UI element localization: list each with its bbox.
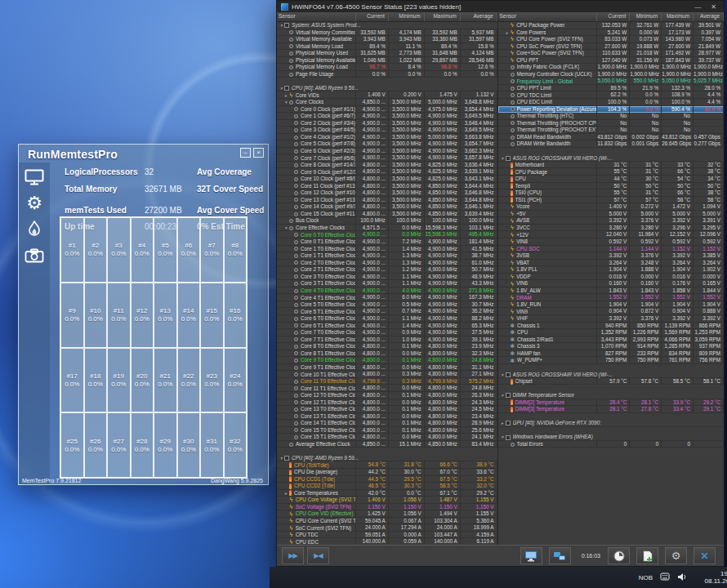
sensor-row[interactable]: Core 8 T1 Effective Clock4,800.0 ...0.0 … (277, 350, 497, 358)
sensor-row[interactable]: Core 15 T0 Effective Clock4,800.0 ...0.1… (277, 427, 497, 434)
sensor-row[interactable]: ϟVHIF3.392 V3.376 V3.392 V3.392 V (498, 315, 725, 323)
memtest-minimize-button[interactable]: – (240, 148, 251, 158)
sensor-row[interactable]: ϟCPU Core VID (Effective)1.425 V1.056 V1… (277, 510, 497, 518)
sensor-row[interactable]: Core 7 Clock (perf #5/6)4,900.0 ...3,500… (277, 154, 497, 162)
sensor-group-row[interactable]: ▾CPU [#0]: AMD Ryzen 9 59... (277, 455, 497, 462)
hwinfo-minimize-button[interactable]: — (694, 3, 701, 11)
sensor-column-header[interactable]: Minimum (630, 12, 662, 21)
sensor-row[interactable]: ϟCPU SoC Power (SVI2 TFN)27.600 W19.888 … (498, 43, 725, 51)
sensor-row[interactable]: Physical Memory Available1,046 MB1,022 M… (277, 57, 497, 65)
sensor-row[interactable]: Core 4 T0 Effective Clock4,900.0 ...4.0 … (277, 287, 497, 295)
sensor-column-header[interactable]: Average (694, 12, 724, 21)
runmemtestpro-window[interactable]: RunMemtestPro – × ⚙ LogicalProcessors32A… (18, 144, 269, 485)
sensor-row[interactable]: ϟCPU Package Power132.053 W32.761 W177.4… (498, 22, 725, 29)
memtest-close-button[interactable]: × (253, 148, 264, 158)
gear-icon[interactable]: ⚙ (24, 194, 45, 213)
sensor-group-row[interactable]: ▾DIMM Temperature Sensor (498, 392, 725, 399)
sensor-row[interactable]: ϟCPU TDC59.051 A0.000 A103.447 A4.159 A (277, 532, 497, 539)
sensor-group-row[interactable]: ▾System: ASUS System Prod... (277, 22, 497, 29)
sensor-row[interactable]: Frequency Limit - Global5,050.0 MHz550.0… (498, 78, 725, 85)
sensor-row[interactable]: ▾Core Effective Clocks4,571.5 ...0.0 MHz… (277, 225, 497, 232)
sensor-row[interactable]: ϟSoC Current (SVI2 TFN)24.000 A17.294 A2… (277, 524, 497, 532)
camera-icon[interactable] (24, 246, 45, 265)
expand-all-button[interactable]: ▶▶ (282, 547, 304, 564)
hwinfo-sensor-window[interactable]: HWiNFO64 v7.06-4500 Sensor Status [223 v… (276, 0, 725, 567)
clock-button[interactable] (608, 547, 630, 564)
sensor-row[interactable]: Core 14 T1 Effective Clock4,800.0 ...0.1… (277, 420, 497, 427)
sensor-row[interactable]: Bus Clock100.0 MHz100.0 MHz100.0 MHz100.… (277, 217, 497, 225)
sensor-row[interactable]: Core 12 Clock (perf #10...4,800.0 ...3,5… (277, 189, 497, 197)
taskbar[interactable]: NOB 19:16 08.11.2022 (270, 567, 727, 588)
hwinfo-titlebar[interactable]: HWiNFO64 v7.06-4500 Sensor Status [223 v… (277, 1, 724, 13)
hwinfo-right-column-header[interactable]: SensorCurrentMinimumMaximumAverage (498, 12, 725, 22)
sensor-column-header[interactable]: Sensor (498, 12, 598, 21)
sensor-row[interactable]: DRAM Write Bandwidth11.832 Gbps0.001 Gbp… (498, 140, 725, 148)
sensor-row[interactable]: ▸Core Temperatures42.0 °C0.0 °C67.1 °C29… (277, 490, 497, 497)
sensor-row[interactable]: Infinity Fabric Clock (FCLK)1,900.0 MHz1… (498, 64, 725, 71)
sensor-row[interactable]: ϟCPU Core Power (SVI2 TFN)83.033 W0.073 … (498, 36, 725, 43)
sensor-row[interactable]: CPU CCD2 (Tdie)46.5 °C30.3 °C58.5 °C32.0… (277, 483, 497, 490)
sensor-row[interactable]: Core 8 Clock (perf #14/15)4,800.0 ...3,5… (277, 162, 497, 169)
sensor-row[interactable]: Core 4 Clock (perf #1/2)4,900.0 ...3,500… (277, 134, 497, 141)
chevron-right-icon[interactable]: ▸ (505, 29, 511, 36)
chevron-right-icon[interactable]: ▸ (283, 490, 289, 497)
sensor-row[interactable]: Core 5 T0 Effective Clock4,900.0 ...0.5 … (277, 301, 497, 309)
close-sensors-button[interactable]: ✕ (694, 547, 716, 564)
sensor-row[interactable]: Core 11 T0 Effective Clock4,799.9 ...0.3… (277, 378, 497, 385)
sensor-row[interactable]: Total Errors000 (498, 441, 725, 448)
sensor-row[interactable]: Core 8 T0 Effective Clock4,800.0 ...0.1 … (277, 343, 497, 350)
sensor-row[interactable]: ϟCPU PPT127.040 W31.156 W187.843 W39.737… (498, 57, 725, 65)
sensor-row[interactable]: Physical Memory Used31,625 MB2,773 MB31,… (277, 50, 497, 57)
sensor-row[interactable]: ϟVIN60.160 V0.160 V0.176 V0.165 V (498, 280, 725, 287)
sensor-column-header[interactable]: Sensor (277, 12, 356, 21)
sensor-row[interactable]: CPU PPT Limit89.5 %21.9 %132.3 %28.0 % (498, 85, 725, 92)
chevron-down-icon[interactable]: ▾ (283, 225, 289, 231)
settings-button[interactable]: ⚙ (665, 547, 687, 564)
sensor-row[interactable]: ϟCPU Core Current (SVI2 TFN)59.045 A0.06… (277, 518, 497, 525)
sensor-row[interactable]: Core 15 Clock (perf #11...4,800.0 ...3,5… (277, 211, 497, 218)
sensor-row[interactable]: Thermal Throttling (HTC)NoNoNo (498, 113, 725, 120)
sensor-row[interactable]: CPU CCD1 (Tdie)44.5 °C29.5 °C67.5 °C33.2… (277, 476, 497, 483)
sensor-row[interactable]: ✻W_PUMP+750 RPM750 RPM761 RPM756 RPM (498, 357, 725, 364)
sensor-row[interactable]: ϟ+5V5.000 V5.000 V5.000 V5.000 V (498, 211, 725, 218)
chevron-down-icon[interactable]: ▾ (279, 85, 284, 91)
sensor-row[interactable]: ϟ1.8V_RUN1.904 V1.904 V1.904 V1.904 V (498, 301, 725, 309)
sensor-row[interactable]: DIMM[3] Temperature28.1 °C27.8 °C33.4 °C… (498, 406, 725, 413)
sensor-row[interactable]: ϟSoC Voltage (SVI2 TFN)1.150 V1.150 V1.1… (277, 504, 497, 511)
sensor-column-header[interactable]: Current (597, 12, 630, 21)
sensor-group-row[interactable]: ▸GPU [#0]: NVIDIA GeForce RTX 3090: (498, 420, 725, 427)
sensor-row[interactable]: Core 3 T0 Effective Clock4,900.0 ...1.1 … (277, 274, 497, 281)
sensor-row[interactable]: ▸ϟCore Powers5.241 W0.000 W17.173 W0.397… (498, 29, 725, 37)
sensor-row[interactable]: ϟ+12V12.040 V11.984 V12.152 V12.096 V (498, 231, 725, 238)
chevron-down-icon[interactable]: ▾ (500, 155, 506, 162)
sensor-row[interactable]: Virtual Memory Committed33,592 MB4,174 M… (277, 29, 497, 37)
sensor-row[interactable]: ✻CPU1,352 RPM1,226 RPM1,569 RPM1,253 RPM (498, 329, 725, 336)
sensor-row[interactable]: Core 10 Clock (perf #8/9)4,800.0 ...3,50… (277, 176, 497, 183)
sensor-row[interactable]: Core 11 T1 Effective Clock4,800.0 ...0.0… (277, 385, 497, 392)
sensor-row[interactable]: ϟ1.8V_ALW1.843 V1.843 V1.858 V1.844 V (498, 287, 725, 295)
sensor-row[interactable]: ϟCore+SoC Power (SVI2 TFN)110.633 W21.01… (498, 50, 725, 57)
sensor-row[interactable]: Core 0 T1 Effective Clock4,900.0 ...7.2 … (277, 238, 497, 246)
sensor-row[interactable]: Core 6 T1 Effective Clock4,900.0 ...1.4 … (277, 323, 497, 330)
chevron-down-icon[interactable]: ▾ (500, 434, 506, 440)
sensor-row[interactable]: Core 5 T1 Effective Clock4,900.0 ...0.7 … (277, 308, 497, 315)
speaker-icon[interactable] (677, 570, 687, 585)
sensor-row[interactable]: ϟDRAM1.552 V1.552 V1.552 V1.552 V (498, 294, 725, 301)
sensor-row[interactable]: Physical Memory Load96.7 %8.4 %96.8 %12.… (277, 64, 497, 71)
sensor-row[interactable]: ✻Chassis 2/Rad13,443 RPM2,993 RPM4,066 R… (498, 336, 725, 344)
sensor-row[interactable]: ϟCPU SOC1.144 V1.144 V1.152 V1.152 V (498, 246, 725, 253)
sensor-row[interactable]: Power Reporting Deviation (Accuracy)104.… (498, 106, 725, 114)
sensor-row[interactable]: Core 6 Clock (perf #2/3)4,900.0 ...3,500… (277, 148, 497, 155)
sensor-row[interactable]: ▾Core Clocks4,850.0 ...3,500.0 MHz5,000.… (277, 99, 497, 106)
sensor-row[interactable]: ϟVIN80.592 V0.592 V0.592 V0.592 V (498, 238, 725, 246)
sensor-row[interactable]: CPU (Tctl/Tdie)54.8 °C31.8 °C66.6 °C38.9… (277, 461, 497, 469)
sensor-row[interactable]: Core 0 Clock (perf #1/1)4,900.0 ...3,500… (277, 106, 497, 114)
keyboard-icon[interactable] (660, 570, 670, 585)
sensor-row[interactable]: Core 14 Clock (perf #9/10)4,800.0 ...3,5… (277, 203, 497, 211)
hwinfo-left-column-header[interactable]: SensorCurrentMinimumMaximumAverage (277, 12, 497, 22)
sensor-row[interactable]: Core 12 T1 Effective Clock4,800.0 ...0.0… (277, 399, 497, 407)
sensor-row[interactable]: ✻Chassis 31,070 RPM914 RPM1,285 RPM937 R… (498, 343, 725, 350)
chevron-down-icon[interactable]: ▾ (279, 22, 284, 29)
sensor-row[interactable]: Core 9 Clock (perf #12/13)4,800.0 ...3,5… (277, 168, 497, 176)
sensor-row[interactable]: Core 11 Clock (perf #13...4,800.0 ...3,5… (277, 183, 497, 190)
